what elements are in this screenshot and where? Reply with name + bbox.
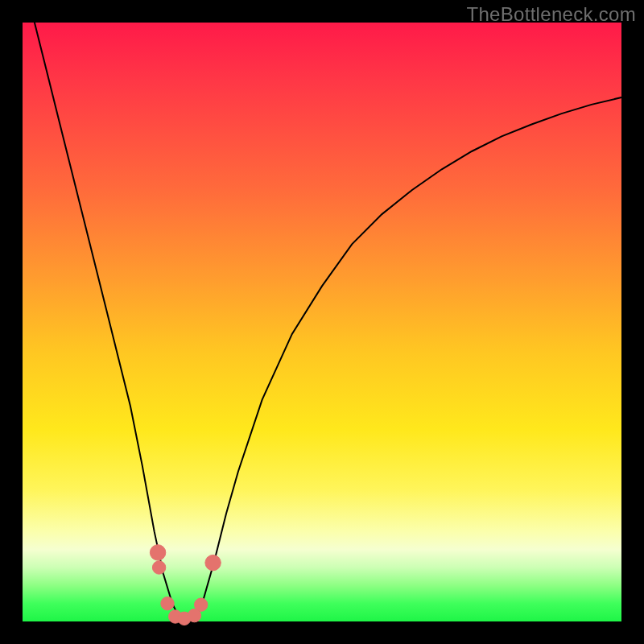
outer-frame: TheBottleneck.com xyxy=(0,0,644,644)
curve-marker xyxy=(205,555,221,570)
curve-markers xyxy=(150,545,221,625)
watermark-text: TheBottleneck.com xyxy=(466,3,636,26)
curve-marker xyxy=(152,561,165,574)
plot-area xyxy=(23,23,621,621)
curve-marker xyxy=(161,597,174,610)
curve-marker xyxy=(150,545,165,560)
curve-marker xyxy=(195,598,208,611)
bottleneck-curve xyxy=(23,0,621,621)
curve-layer xyxy=(23,23,621,621)
